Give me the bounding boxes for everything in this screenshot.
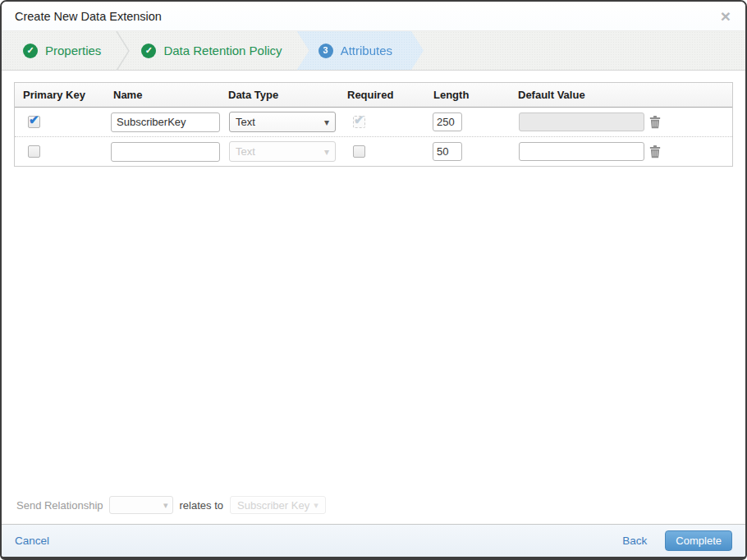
complete-button[interactable]: Complete bbox=[665, 530, 732, 551]
table-header-row: Primary Key Name Data Type Required Leng… bbox=[15, 83, 732, 108]
column-header-primary-key: Primary Key bbox=[15, 89, 105, 101]
column-header-name: Name bbox=[105, 89, 220, 101]
primary-key-checkbox[interactable] bbox=[28, 116, 40, 128]
column-header-length: Length bbox=[425, 89, 510, 101]
default-value-input[interactable] bbox=[519, 112, 644, 131]
trash-icon bbox=[649, 116, 661, 129]
back-link[interactable]: Back bbox=[622, 535, 647, 547]
required-checkbox[interactable] bbox=[353, 145, 365, 158]
trash-icon bbox=[649, 145, 661, 158]
wizard-step-data-retention-policy[interactable]: ✓ Data Retention Policy bbox=[130, 31, 296, 70]
length-input[interactable] bbox=[433, 142, 462, 161]
data-type-value: Text bbox=[236, 116, 255, 128]
cancel-link[interactable]: Cancel bbox=[15, 535, 49, 547]
data-type-select[interactable]: Text ▾ bbox=[229, 112, 336, 132]
data-type-value: Text bbox=[236, 145, 255, 158]
check-circle-icon: ✓ bbox=[141, 44, 156, 58]
create-data-extension-modal: Create New Data Extension × ✓ Properties… bbox=[0, 0, 747, 560]
close-icon[interactable]: × bbox=[719, 7, 732, 25]
column-header-default-value: Default Value bbox=[510, 89, 641, 101]
page-title: Create New Data Extension bbox=[15, 10, 162, 23]
column-header-data-type: Data Type bbox=[220, 89, 339, 101]
delete-row-button[interactable] bbox=[649, 116, 661, 129]
chevron-down-icon: ▾ bbox=[163, 500, 168, 511]
send-relationship-label: Send Relationship bbox=[16, 499, 103, 512]
wizard-step-label: Data Retention Policy bbox=[163, 44, 282, 57]
chevron-down-icon: ▾ bbox=[314, 500, 319, 511]
content-spacer bbox=[2, 167, 745, 491]
chevron-down-icon: ▾ bbox=[324, 117, 329, 128]
length-input[interactable] bbox=[433, 112, 462, 131]
data-type-select[interactable]: Text ▾ bbox=[229, 141, 336, 162]
attributes-table: Primary Key Name Data Type Required Leng… bbox=[14, 82, 733, 167]
column-header-required: Required bbox=[339, 89, 425, 101]
primary-key-checkbox[interactable] bbox=[28, 145, 40, 158]
subscriber-key-select[interactable]: Subscriber Key ▾ bbox=[230, 496, 326, 514]
subscriber-key-value: Subscriber Key bbox=[237, 499, 309, 512]
delete-row-button[interactable] bbox=[649, 145, 661, 158]
modal-footer: Cancel Back Complete bbox=[2, 524, 745, 557]
wizard-steps: ✓ Properties ✓ Data Retention Policy 3 A… bbox=[2, 31, 745, 71]
chevron-separator-icon bbox=[116, 31, 130, 71]
name-input[interactable] bbox=[111, 112, 220, 132]
send-relationship-select[interactable]: ▾ bbox=[109, 496, 173, 514]
name-input[interactable] bbox=[111, 142, 220, 162]
default-value-input[interactable] bbox=[519, 142, 644, 161]
wizard-step-label: Attributes bbox=[341, 44, 392, 57]
chevron-down-icon: ▾ bbox=[324, 146, 329, 158]
wizard-step-label: Properties bbox=[45, 44, 101, 57]
table-row: Text ▾ bbox=[15, 137, 732, 166]
wizard-step-properties[interactable]: ✓ Properties bbox=[11, 31, 116, 70]
table-row: Text ▾ bbox=[15, 108, 732, 137]
relates-to-label: relates to bbox=[180, 499, 223, 512]
step-number-badge: 3 bbox=[319, 44, 333, 58]
title-bar: Create New Data Extension × bbox=[2, 2, 745, 31]
required-checkbox[interactable] bbox=[353, 116, 365, 128]
wizard-step-attributes[interactable]: 3 Attributes bbox=[297, 31, 424, 70]
send-relationship-row: Send Relationship ▾ relates to Subscribe… bbox=[2, 491, 745, 519]
check-circle-icon: ✓ bbox=[23, 44, 38, 58]
